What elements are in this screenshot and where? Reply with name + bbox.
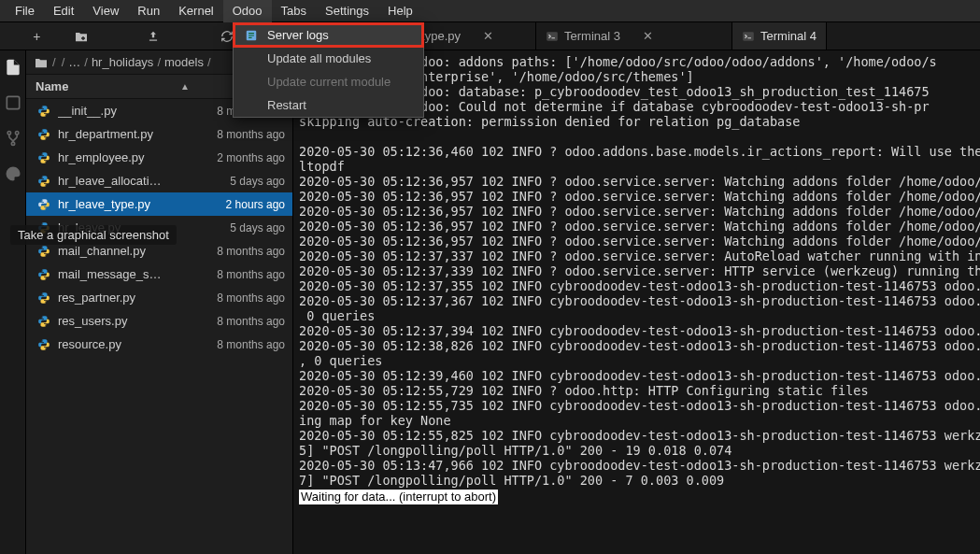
new-folder-button[interactable] xyxy=(74,30,148,43)
upload-button[interactable] xyxy=(147,30,220,43)
file-row[interactable]: res_partner.py8 months ago xyxy=(26,286,292,309)
file-name: hr_leave_allocati… xyxy=(58,174,184,188)
branch-icon[interactable] xyxy=(4,129,22,148)
python-icon xyxy=(37,175,50,188)
menu-item-update-all-modules[interactable]: Update all modules xyxy=(234,47,423,70)
log-waiting-prompt: Waiting for data... (interrupt to abort) xyxy=(299,490,498,504)
file-row[interactable]: hr_leave_type.py2 hours ago xyxy=(26,192,292,216)
menu-settings[interactable]: Settings xyxy=(316,0,378,22)
breadcrumb-segment[interactable]: … xyxy=(68,55,80,69)
breadcrumb-segment[interactable]: hr_holidays xyxy=(92,55,154,69)
python-icon xyxy=(37,245,50,258)
python-icon xyxy=(37,198,50,211)
file-name: mail_message_s… xyxy=(58,267,184,281)
svg-rect-2 xyxy=(743,32,754,40)
sort-asc-icon: ▲ xyxy=(180,81,190,92)
palette-icon[interactable] xyxy=(4,164,22,183)
terminal-icon xyxy=(742,30,755,43)
file-name: res_users.py xyxy=(58,314,184,328)
file-row[interactable]: resource.py8 months ago xyxy=(26,333,292,356)
tab-terminal-4[interactable]: Terminal 4 xyxy=(732,22,827,50)
file-name: hr_employee.py xyxy=(58,150,184,164)
svg-rect-0 xyxy=(149,39,157,40)
menubar: FileEditViewRunKernelOdooTabsSettingsHel… xyxy=(0,0,980,22)
file-modified: 8 months ago xyxy=(192,315,285,328)
python-icon xyxy=(37,291,50,305)
menu-item-restart[interactable]: Restart xyxy=(234,93,423,117)
python-icon xyxy=(37,268,50,281)
menu-item-label: Update current module xyxy=(267,75,391,89)
breadcrumb-sep: / xyxy=(60,55,67,69)
terminal-icon xyxy=(546,30,559,43)
breadcrumb-sep: / xyxy=(206,55,213,69)
file-modified: 8 months ago xyxy=(192,268,285,281)
workbench: //…/hr_holidays/models/ Name ▲ Last … __… xyxy=(0,50,980,554)
file-list: __init__.py8 months agohr_department.py8… xyxy=(26,99,292,554)
python-icon xyxy=(37,151,50,164)
toolbar: + ✕hr_leave_type.py✕Terminal 3✕Terminal … xyxy=(0,22,980,50)
file-name: hr_department.py xyxy=(58,127,184,141)
file-name: mail_channel.py xyxy=(58,244,184,258)
file-row[interactable]: hr_employee.py2 months ago xyxy=(26,146,292,169)
python-icon xyxy=(37,128,50,141)
python-icon xyxy=(37,105,50,118)
file-modified: 8 months ago xyxy=(192,338,285,351)
close-icon[interactable]: ✕ xyxy=(643,29,653,43)
tab-label: Terminal 4 xyxy=(760,29,817,43)
menu-item-label: Update all modules xyxy=(267,51,371,65)
svg-rect-1 xyxy=(547,32,558,40)
menu-run[interactable]: Run xyxy=(128,0,169,22)
tab-label: Terminal 3 xyxy=(564,29,620,43)
plus-button[interactable]: + xyxy=(0,22,74,50)
file-modified: 8 months ago xyxy=(192,245,285,258)
file-name: __init__.py xyxy=(58,104,184,118)
file-modified: 5 days ago xyxy=(192,175,285,188)
files-icon[interactable] xyxy=(4,58,22,77)
file-modified: 5 days ago xyxy=(192,221,285,234)
breadcrumb-sep: / xyxy=(155,55,163,69)
folder-icon[interactable] xyxy=(34,56,49,69)
svg-point-7 xyxy=(11,142,14,145)
breadcrumb-sep: / xyxy=(50,55,58,69)
menu-tabs[interactable]: Tabs xyxy=(272,0,316,22)
menu-help[interactable]: Help xyxy=(378,0,422,22)
menu-edit[interactable]: Edit xyxy=(44,0,83,22)
file-modified: 8 months ago xyxy=(192,128,285,141)
file-row[interactable]: hr_department.py8 months ago xyxy=(26,122,292,146)
python-icon xyxy=(37,315,50,328)
file-row[interactable]: res_users.py8 months ago xyxy=(26,309,292,333)
logs-icon xyxy=(245,29,258,42)
file-modified: 2 months ago xyxy=(192,151,285,164)
activity-bar xyxy=(0,50,26,554)
menu-file[interactable]: File xyxy=(6,0,44,22)
svg-point-5 xyxy=(7,132,10,135)
menu-view[interactable]: View xyxy=(83,0,128,22)
running-icon[interactable] xyxy=(4,93,22,112)
file-row[interactable]: mail_message_s…8 months ago xyxy=(26,263,292,286)
server-log-output: 283 102 INFO ? odoo: addons paths: ['/ho… xyxy=(293,50,980,508)
file-modified: 2 hours ago xyxy=(192,198,285,211)
breadcrumb-segment[interactable]: models xyxy=(164,55,204,69)
menu-kernel[interactable]: Kernel xyxy=(169,0,223,22)
terminal-pane[interactable]: 283 102 INFO ? odoo: addons paths: ['/ho… xyxy=(293,50,980,554)
odoo-menu-dropdown: Server logsUpdate all modulesUpdate curr… xyxy=(233,22,424,118)
file-name: hr_leave_type.py xyxy=(58,197,184,211)
menu-item-label: Restart xyxy=(267,98,306,112)
file-name: resource.py xyxy=(58,337,184,351)
file-row[interactable]: hr_leave_allocati…5 days ago xyxy=(26,169,292,192)
menu-odoo[interactable]: Odoo xyxy=(223,0,272,22)
menu-item-server-logs[interactable]: Server logs xyxy=(234,23,423,47)
svg-rect-4 xyxy=(7,96,19,108)
screenshot-toast: Take a graphical screenshot xyxy=(10,225,177,245)
svg-point-6 xyxy=(15,132,18,135)
file-name: res_partner.py xyxy=(58,291,184,305)
file-modified: 8 months ago xyxy=(192,291,285,305)
close-icon[interactable]: ✕ xyxy=(483,29,493,43)
menu-item-label: Server logs xyxy=(267,28,329,42)
python-icon xyxy=(37,338,50,351)
col-name[interactable]: Name xyxy=(36,79,177,93)
menu-item-update-current-module: Update current module xyxy=(234,70,423,93)
tab-terminal-3[interactable]: Terminal 3✕ xyxy=(536,22,732,50)
file-browser: //…/hr_holidays/models/ Name ▲ Last … __… xyxy=(26,50,293,554)
breadcrumb-sep: / xyxy=(82,55,90,69)
